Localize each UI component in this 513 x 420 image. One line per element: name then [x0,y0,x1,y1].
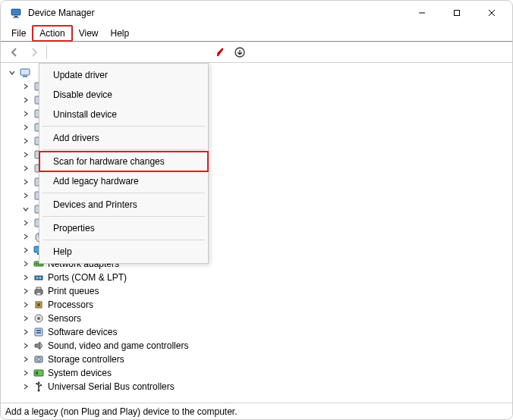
dropdown-separator [42,193,205,193]
svg-rect-2 [13,17,19,18]
chevron-right-icon[interactable] [20,149,31,160]
svg-rect-47 [36,371,38,375]
printer-icon [33,285,45,297]
chevron-right-icon[interactable] [20,177,31,187]
back-button[interactable] [5,44,24,61]
svg-rect-35 [36,293,41,295]
svg-point-31 [36,277,38,279]
chevron-right-icon[interactable] [20,122,31,133]
menu-add-drivers[interactable]: Add drivers [39,128,208,148]
chevron-right-icon[interactable] [20,327,31,337]
menu-help[interactable]: Help [105,27,136,40]
chevron-right-icon[interactable] [20,313,31,324]
maximize-button[interactable] [439,1,474,25]
svg-rect-1 [14,16,17,17]
menu-view[interactable]: View [73,27,105,40]
chevron-right-icon[interactable] [20,81,31,92]
chevron-right-icon[interactable] [20,354,31,365]
forward-button[interactable] [25,44,43,61]
chevron-right-icon[interactable] [20,259,31,269]
content-area: Update driver Disable device Uninstall d… [1,63,512,403]
tree-node[interactable]: Print queues [7,284,506,298]
svg-rect-46 [34,370,43,376]
menu-uninstall-device[interactable]: Uninstall device [39,105,208,124]
cpu-icon [33,299,45,311]
menu-add-legacy-hardware[interactable]: Add legacy hardware [39,171,208,191]
tree-node-label: Processors [48,298,93,312]
tree-node[interactable]: Storage controllers [7,353,506,366]
svg-rect-9 [20,69,30,75]
chevron-right-icon[interactable] [20,163,31,174]
svg-point-49 [36,383,37,384]
tree-node-label: Print queues [48,284,99,298]
svg-rect-0 [11,9,20,15]
toolbar-separator [46,45,47,59]
menu-devices-and-printers[interactable]: Devices and Printers [39,195,208,215]
window-title: Device Manager [28,8,94,18]
minimize-button[interactable] [404,1,439,25]
close-button[interactable] [474,1,509,25]
menu-file[interactable]: File [5,27,32,40]
tree-node-label: System devices [48,366,112,380]
toolbar-disable-icon[interactable] [211,44,229,61]
svg-rect-10 [23,76,27,77]
svg-rect-30 [35,276,42,280]
software-icon [33,326,45,338]
storage-icon [33,353,45,365]
svg-marker-51 [37,381,40,384]
tree-node-label: Sound, video and game controllers [48,339,188,353]
svg-rect-41 [36,330,41,331]
tree-node-label: Universal Serial Bus controllers [48,380,175,393]
port-icon [33,271,45,284]
dropdown-separator [42,240,205,240]
chevron-right-icon[interactable] [20,218,31,228]
chevron-right-icon[interactable] [20,272,31,283]
chevron-right-icon[interactable] [20,368,31,378]
chevron-down-icon[interactable] [20,204,31,215]
svg-rect-27 [36,263,37,265]
chevron-right-icon[interactable] [20,190,31,201]
dropdown-separator [42,149,205,150]
toolbar-update-icon[interactable] [231,44,249,61]
tree-node[interactable]: Ports (COM & LPT) [7,271,506,284]
menu-scan-hardware-changes[interactable]: Scan for hardware changes [39,152,208,171]
svg-point-39 [37,317,40,320]
menu-update-driver[interactable]: Update driver [39,65,208,85]
svg-rect-37 [37,303,40,306]
chevron-right-icon[interactable] [20,95,31,105]
svg-rect-50 [40,384,42,386]
action-dropdown: Update driver Disable device Uninstall d… [39,63,209,264]
tree-node[interactable]: Processors [7,298,506,312]
tree-node-label: Software devices [48,325,117,339]
status-text: Add a legacy (non Plug and Play) device … [5,406,238,417]
tree-node[interactable]: Software devices [7,325,506,339]
tree-node[interactable]: Sensors [7,312,506,325]
tree-node-label: Storage controllers [48,353,124,366]
usb-icon [33,381,45,393]
chevron-right-icon[interactable] [20,245,31,255]
app-icon [10,7,22,19]
svg-point-32 [39,277,41,279]
chevron-right-icon[interactable] [20,231,31,242]
chevron-down-icon[interactable] [7,67,17,78]
tree-node-label: Sensors [48,312,81,325]
tree-node[interactable]: System devices [7,366,506,380]
menu-properties[interactable]: Properties [39,218,208,238]
svg-point-48 [38,390,40,392]
tree-node[interactable]: Sound, video and game controllers [7,339,506,353]
menu-disable-device[interactable]: Disable device [39,85,208,105]
menu-action[interactable]: Action [32,25,72,42]
chevron-right-icon[interactable] [20,381,31,392]
chevron-right-icon[interactable] [20,286,31,296]
svg-rect-4 [455,11,460,16]
menu-help-item[interactable]: Help [39,242,208,262]
chevron-right-icon[interactable] [20,136,31,146]
chevron-right-icon[interactable] [20,340,31,351]
menu-bar: File Action View Help [1,25,512,42]
dropdown-separator [42,216,205,217]
tree-node[interactable]: Universal Serial Bus controllers [7,380,506,393]
chevron-right-icon[interactable] [20,108,31,119]
title-bar: Device Manager [1,1,512,25]
sound-icon [33,340,45,352]
chevron-right-icon[interactable] [20,299,31,310]
